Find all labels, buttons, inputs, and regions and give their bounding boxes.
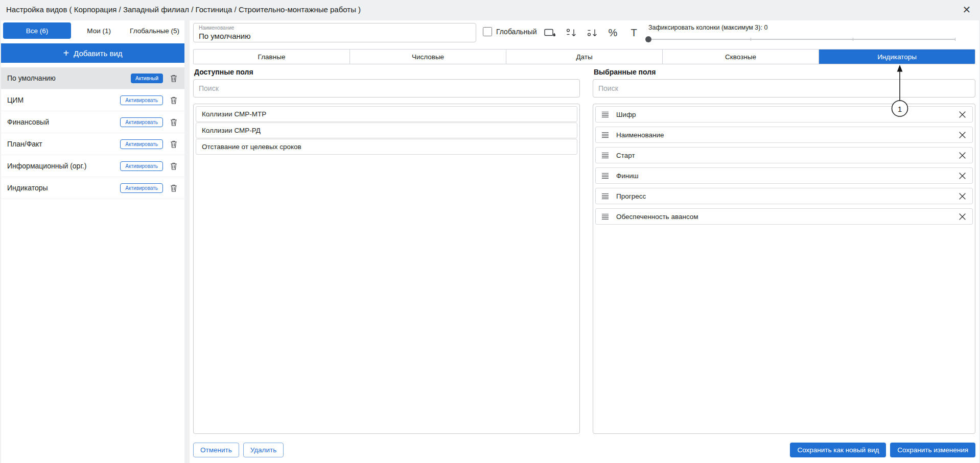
slider-track[interactable] xyxy=(648,39,955,40)
activate-button[interactable]: Активировать xyxy=(120,117,163,127)
view-name: ЦИМ xyxy=(7,96,24,104)
selected-field-label: Обеспеченность авансом xyxy=(616,213,698,221)
view-name: Индикаторы xyxy=(7,184,48,192)
activate-button[interactable]: Активировать xyxy=(120,161,163,171)
drag-handle-icon[interactable] xyxy=(601,111,609,118)
sort-descending-icon[interactable] xyxy=(585,26,599,40)
selected-field-row[interactable]: Прогресс xyxy=(595,188,973,204)
delete-button[interactable]: Удалить xyxy=(243,443,284,457)
page-title: Настройка видов ( Корпорация / Западный … xyxy=(6,5,361,14)
field-category-tab[interactable]: Главные xyxy=(194,50,350,64)
freeze-columns-slider[interactable] xyxy=(648,36,955,43)
text-format-icon[interactable]: T xyxy=(627,26,641,40)
selected-field-row[interactable]: Наименование xyxy=(595,127,973,143)
activate-button[interactable]: Активировать xyxy=(120,183,163,193)
remove-field-icon[interactable] xyxy=(958,131,967,139)
trash-icon[interactable] xyxy=(169,161,178,170)
remove-field-icon[interactable] xyxy=(958,151,967,160)
available-fields-title: Доступные поля xyxy=(194,68,253,76)
global-checkbox-label: Глобальный xyxy=(496,28,536,36)
activate-button[interactable]: Активировать xyxy=(120,95,163,105)
footer-right-actions: Сохранить как новый вид Сохранить измене… xyxy=(790,443,975,457)
view-name-field-label: Наименование xyxy=(199,25,234,31)
window-header: Настройка видов ( Корпорация / Западный … xyxy=(0,0,980,19)
selected-field-label: Старт xyxy=(616,152,635,159)
sidebar-tab[interactable]: Мои (1) xyxy=(71,22,127,39)
drag-handle-icon[interactable] xyxy=(601,132,609,138)
available-fields-search-input[interactable] xyxy=(193,79,580,98)
field-category-tab[interactable]: Числовые xyxy=(350,50,506,64)
drag-handle-icon[interactable] xyxy=(601,152,609,159)
active-status-badge: Активный xyxy=(131,74,163,83)
selected-field-label: Наименование xyxy=(616,131,664,139)
selected-field-row[interactable]: Финиш xyxy=(595,167,973,184)
sort-ascending-icon[interactable] xyxy=(564,26,578,40)
view-row[interactable]: Информационный (орг.) Активировать xyxy=(1,155,184,177)
add-view-button[interactable]: + Добавить вид xyxy=(1,43,184,63)
remove-field-icon[interactable] xyxy=(958,172,967,180)
field-category-tab[interactable]: Даты xyxy=(506,50,663,64)
view-name: Информационный (орг.) xyxy=(7,162,86,170)
selected-fields-search-input[interactable] xyxy=(593,79,975,98)
view-list: По умолчанию Активный ЦИМ Активировать xyxy=(1,67,184,199)
freeze-columns-label: Зафиксировать колонки (максимум 3): 0 xyxy=(648,24,767,31)
trash-icon[interactable] xyxy=(169,183,178,192)
plus-icon: + xyxy=(63,48,69,58)
selected-field-label: Прогресс xyxy=(616,192,646,200)
field-category-tabs: Главные Числовые Даты Сквозные Индикатор… xyxy=(193,49,975,64)
view-row[interactable]: Финансовый Активировать xyxy=(1,111,184,133)
available-fields-list: Коллизии СМР-МТР Коллизии СМР-РД Отстава… xyxy=(193,104,580,434)
view-name: По умолчанию xyxy=(7,74,56,82)
selected-fields-title: Выбранные поля xyxy=(594,68,656,76)
global-checkbox-group: Глобальный xyxy=(483,27,536,36)
close-icon[interactable]: ✕ xyxy=(961,4,973,16)
views-sidebar: Все (6) Мои (1) Глобальные (5) + Добавит… xyxy=(1,20,184,463)
drag-handle-icon[interactable] xyxy=(601,213,609,220)
view-row[interactable]: План/Факт Активировать xyxy=(1,133,184,155)
drag-handle-icon[interactable] xyxy=(601,193,609,200)
selected-field-row[interactable]: Шифр xyxy=(595,106,973,123)
selected-field-label: Шифр xyxy=(616,111,636,118)
field-category-tab[interactable]: Индикаторы xyxy=(819,50,975,64)
save-as-new-view-button[interactable]: Сохранить как новый вид xyxy=(790,443,886,457)
trash-icon[interactable] xyxy=(169,74,178,83)
view-row[interactable]: Индикаторы Активировать xyxy=(1,177,184,199)
trash-icon[interactable] xyxy=(169,117,178,127)
add-view-label: Добавить вид xyxy=(74,49,123,58)
available-field-row[interactable]: Коллизии СМР-МТР xyxy=(196,106,577,122)
sidebar-tab[interactable]: Глобальные (5) xyxy=(127,22,182,39)
footer-left-actions: Отменить Удалить xyxy=(193,443,284,457)
available-field-row[interactable]: Отставание от целевых сроков xyxy=(196,139,577,155)
remove-field-icon[interactable] xyxy=(958,192,967,201)
remove-field-icon[interactable] xyxy=(958,110,967,119)
activate-button[interactable]: Активировать xyxy=(120,139,163,149)
trash-icon[interactable] xyxy=(169,95,178,105)
cancel-button[interactable]: Отменить xyxy=(193,443,239,457)
fill-color-icon[interactable] xyxy=(543,26,557,40)
view-name: Финансовый xyxy=(7,118,49,126)
view-row[interactable]: По умолчанию Активный xyxy=(1,67,184,89)
selected-field-row[interactable]: Старт xyxy=(595,147,973,163)
field-category-tab[interactable]: Сквозные xyxy=(663,50,819,64)
trash-icon[interactable] xyxy=(169,139,178,149)
selected-field-row[interactable]: Обеспеченность авансом xyxy=(595,208,973,225)
view-editor-panel: Наименование Глобальный xyxy=(190,20,979,463)
view-name-field[interactable]: Наименование xyxy=(193,23,476,42)
sidebar-tab[interactable]: Все (6) xyxy=(3,22,71,39)
view-name-input[interactable] xyxy=(199,32,470,40)
format-toolbar: % T xyxy=(543,26,641,40)
view-row[interactable]: ЦИМ Активировать xyxy=(1,89,184,111)
drag-handle-icon[interactable] xyxy=(601,173,609,179)
selected-field-label: Финиш xyxy=(616,172,639,180)
selected-fields-list: Шифр Наименование xyxy=(593,104,975,434)
remove-field-icon[interactable] xyxy=(958,212,967,221)
view-name: План/Факт xyxy=(7,140,42,148)
sidebar-tabs: Все (6) Мои (1) Глобальные (5) xyxy=(3,22,182,39)
save-changes-button[interactable]: Сохранить изменения xyxy=(890,443,975,457)
slider-thumb[interactable] xyxy=(645,36,651,42)
available-field-row[interactable]: Коллизии СМР-РД xyxy=(196,123,577,138)
percent-icon[interactable]: % xyxy=(606,26,620,40)
global-checkbox[interactable] xyxy=(483,27,492,36)
